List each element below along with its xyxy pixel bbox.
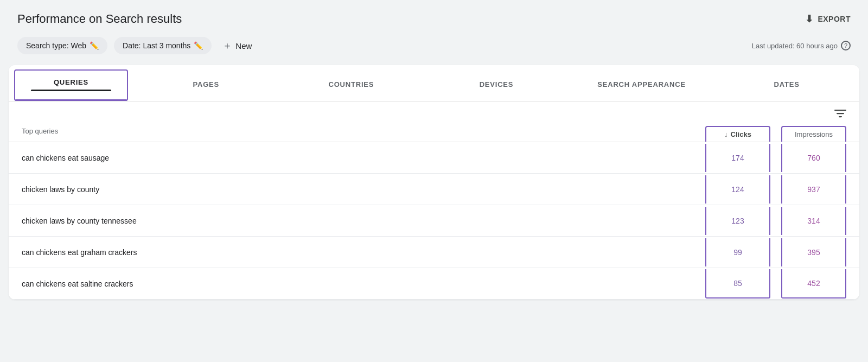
export-button[interactable]: ⬇ EXPORT xyxy=(805,13,851,25)
edit-icon: ✏️ xyxy=(90,41,99,50)
tab-countries[interactable]: COUNTRIES xyxy=(279,65,424,101)
svg-rect-0 xyxy=(834,110,846,111)
table-row[interactable]: chicken laws by county tennessee 123 314 xyxy=(9,205,859,237)
filter-icon-row xyxy=(9,101,859,123)
row-impressions: 395 xyxy=(781,238,846,266)
main-card: QUERIES PAGES COUNTRIES DEVICES SEARCH A… xyxy=(9,65,859,300)
header: Performance on Search results ⬇ EXPORT xyxy=(0,0,868,35)
row-query: can chickens eat sausage xyxy=(22,154,705,162)
export-icon: ⬇ xyxy=(805,13,814,25)
table-body: can chickens eat sausage 174 760 chicken… xyxy=(9,142,859,300)
tab-search-appearance[interactable]: SEARCH APPEARANCE xyxy=(569,65,714,101)
search-type-filter[interactable]: Search type: Web ✏️ xyxy=(17,37,107,54)
row-clicks: 123 xyxy=(705,207,770,235)
top-queries-label: Top queries xyxy=(22,127,705,142)
tab-dates[interactable]: DATES xyxy=(714,65,859,101)
row-query: chicken laws by county tennessee xyxy=(22,217,705,225)
row-impressions: 314 xyxy=(781,207,846,235)
row-clicks: 124 xyxy=(705,175,770,204)
svg-rect-1 xyxy=(837,113,844,114)
table-row[interactable]: chicken laws by county 124 937 xyxy=(9,174,859,205)
table-row[interactable]: can chickens eat graham crackers 99 395 xyxy=(9,237,859,268)
table-header: Top queries ↓ Clicks Impressions xyxy=(9,123,859,142)
row-clicks: 174 xyxy=(705,144,770,172)
table: Top queries ↓ Clicks Impressions can chi… xyxy=(9,123,859,300)
sort-arrow-icon: ↓ xyxy=(724,130,728,138)
row-impressions: 937 xyxy=(781,175,846,204)
row-impressions: 760 xyxy=(781,144,846,172)
new-filter-button[interactable]: ＋ New xyxy=(218,35,256,56)
tab-queries[interactable]: QUERIES xyxy=(14,69,128,101)
row-impressions: 452 xyxy=(781,269,846,299)
table-row[interactable]: can chickens eat sausage 174 760 xyxy=(9,142,859,174)
table-row[interactable]: can chickens eat saltine crackers 85 452 xyxy=(9,268,859,300)
row-clicks: 99 xyxy=(705,238,770,266)
tabs-row: QUERIES PAGES COUNTRIES DEVICES SEARCH A… xyxy=(9,65,859,101)
filter-bar: Search type: Web ✏️ Date: Last 3 months … xyxy=(0,35,868,65)
page: Performance on Search results ⬇ EXPORT S… xyxy=(0,0,868,362)
help-icon[interactable]: ? xyxy=(841,41,851,50)
tab-underline xyxy=(31,90,112,91)
clicks-column-header[interactable]: ↓ Clicks xyxy=(705,126,770,142)
row-clicks: 85 xyxy=(705,269,770,299)
plus-icon: ＋ xyxy=(222,39,232,52)
row-query: can chickens eat saltine crackers xyxy=(22,280,705,288)
last-updated-label: Last updated: 60 hours ago ? xyxy=(752,41,851,50)
row-query: chicken laws by county xyxy=(22,185,705,194)
page-title: Performance on Search results xyxy=(17,12,182,26)
edit-icon-date: ✏️ xyxy=(194,41,203,50)
row-query: can chickens eat graham crackers xyxy=(22,248,705,257)
date-filter[interactable]: Date: Last 3 months ✏️ xyxy=(114,37,212,54)
tab-pages[interactable]: PAGES xyxy=(133,65,279,101)
filter-lines-button[interactable] xyxy=(834,108,846,120)
impressions-column-header[interactable]: Impressions xyxy=(781,126,846,142)
svg-rect-2 xyxy=(839,116,842,117)
tab-devices[interactable]: DEVICES xyxy=(424,65,569,101)
